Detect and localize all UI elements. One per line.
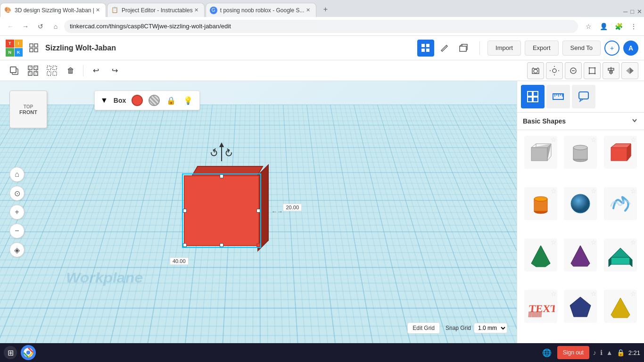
- star-pyramid-purple[interactable]: ☆: [591, 239, 597, 246]
- restore-btn[interactable]: □: [630, 8, 634, 15]
- zoom-out-button[interactable]: −: [9, 223, 25, 239]
- star-box-gray[interactable]: ☆: [551, 136, 557, 143]
- snap-grid-select[interactable]: 1.0 mm 0.5 mm 0.1 mm: [474, 323, 507, 333]
- bookmark-star-icon[interactable]: ☆: [582, 20, 595, 33]
- handle-bottom-right[interactable]: [256, 243, 260, 247]
- send-to-button[interactable]: Send To: [562, 41, 601, 56]
- object-dropdown[interactable]: ▼: [100, 96, 108, 105]
- tab-tinkercad[interactable]: 🎨 3D design Sizzling Wolt-Jaban | ✕: [0, 3, 106, 17]
- home-button[interactable]: ⌂: [49, 20, 62, 33]
- box-shape[interactable]: [184, 175, 259, 246]
- edit-grid-button[interactable]: Edit Grid: [407, 322, 440, 334]
- forward-button[interactable]: →: [19, 20, 32, 33]
- box-view-button[interactable]: [455, 40, 472, 57]
- view-cube[interactable]: TOP FRONT: [9, 90, 47, 128]
- import-button[interactable]: Import: [487, 41, 521, 56]
- group-button[interactable]: [25, 62, 41, 79]
- 3d-object-container[interactable]: ↺ ↻: [184, 175, 259, 246]
- close-btn[interactable]: ✕: [637, 8, 642, 15]
- handle-bottom-center[interactable]: [220, 243, 223, 247]
- tab-close-3[interactable]: ✕: [305, 7, 312, 14]
- handle-mid-right[interactable]: [256, 209, 260, 213]
- zoom-in-button[interactable]: +: [9, 205, 25, 220]
- back-button[interactable]: ←: [4, 20, 17, 33]
- wifi-icon[interactable]: ▲: [606, 349, 613, 356]
- shape-tool-button[interactable]: [565, 62, 582, 79]
- minimize-btn[interactable]: ─: [623, 8, 627, 15]
- volume-icon[interactable]: ♪: [593, 349, 596, 356]
- flip-button[interactable]: [621, 62, 638, 79]
- tab-close-2[interactable]: ✕: [193, 7, 200, 14]
- star-sphere-blue[interactable]: ☆: [591, 187, 597, 195]
- shape-pentagon-blue[interactable]: ☆: [562, 290, 598, 337]
- shape-cylinder-gray[interactable]: ☆: [562, 136, 598, 183]
- shape-box-red[interactable]: ☆: [603, 136, 638, 183]
- shape-scribble[interactable]: ☆: [603, 187, 638, 235]
- export-button[interactable]: Export: [525, 41, 559, 56]
- handle-top-center[interactable]: [220, 174, 223, 178]
- handle-bottom-left[interactable]: [183, 243, 187, 247]
- info-icon[interactable]: ℹ: [600, 349, 603, 356]
- delete-button[interactable]: 🗑: [62, 62, 79, 79]
- panel-dropdown[interactable]: [631, 116, 638, 126]
- tab-close-1[interactable]: ✕: [94, 7, 102, 14]
- lock-icon[interactable]: 🔒: [165, 95, 177, 106]
- undo-button[interactable]: ↩: [87, 62, 104, 79]
- taskbar-apps-icon[interactable]: ⊞: [4, 346, 17, 359]
- redo-button[interactable]: ↪: [106, 62, 123, 79]
- star-pentagon-blue[interactable]: ☆: [591, 290, 597, 297]
- align-button[interactable]: [603, 62, 619, 79]
- add-user-button[interactable]: +: [604, 41, 619, 56]
- sign-out-button[interactable]: Sign out: [557, 346, 589, 359]
- speech-tab[interactable]: [572, 85, 595, 108]
- solid-color-button[interactable]: [132, 95, 143, 106]
- shape-box-gray[interactable]: ☆: [523, 136, 559, 183]
- star-scribble[interactable]: ☆: [630, 187, 636, 195]
- star-cylinder-gray[interactable]: ☆: [591, 136, 597, 143]
- star-box-red[interactable]: ☆: [630, 136, 636, 143]
- shape-roof-teal[interactable]: ☆: [603, 239, 638, 286]
- taskbar-chrome-button[interactable]: [21, 345, 36, 360]
- handle-mid-left[interactable]: [183, 209, 187, 213]
- modify-tool-button[interactable]: [584, 62, 601, 79]
- star-text-red[interactable]: ☆: [551, 290, 557, 297]
- battery-icon[interactable]: 🔒: [617, 349, 625, 356]
- tinkercad-logo[interactable]: T I N K: [6, 40, 23, 57]
- user-avatar[interactable]: A: [623, 41, 638, 56]
- menu-icon[interactable]: ⋮: [627, 20, 640, 33]
- extension-icon[interactable]: 🧩: [612, 20, 625, 33]
- star-pyramid-green[interactable]: ☆: [551, 239, 557, 246]
- shape-pyramid-purple[interactable]: ☆: [562, 239, 598, 286]
- profile-icon[interactable]: 👤: [597, 20, 610, 33]
- shape-pyramid-green[interactable]: ☆: [523, 239, 559, 286]
- shape-cylinder-orange[interactable]: ☆: [523, 187, 559, 235]
- shapes-tab[interactable]: [521, 85, 545, 108]
- cube-face[interactable]: TOP FRONT: [9, 90, 47, 128]
- canvas-area[interactable]: Workplane TOP FRONT ⌂ ⊙ + − ◈: [0, 81, 517, 343]
- home-view-button[interactable]: ⌂: [9, 167, 25, 182]
- duplicate-button[interactable]: [6, 62, 23, 79]
- edit-view-button[interactable]: [436, 40, 453, 57]
- tab-instructables[interactable]: 📋 Project Editor - Instructables ✕: [107, 3, 205, 17]
- hole-color-button[interactable]: [149, 95, 160, 106]
- star-roof-teal[interactable]: ☆: [630, 239, 636, 246]
- shape-text-red[interactable]: ☆ TEXT ████: [523, 290, 559, 337]
- shape-sphere-blue[interactable]: ☆: [562, 187, 598, 235]
- globe-icon[interactable]: 🌐: [540, 346, 553, 359]
- shape-pyramid-yellow[interactable]: ☆: [603, 290, 638, 337]
- grid-menu-button[interactable]: [26, 41, 41, 56]
- tab-google[interactable]: G t posing noob roblox - Google S... ✕: [206, 3, 316, 17]
- perspective-button[interactable]: ◈: [9, 242, 25, 257]
- fit-view-button[interactable]: ⊙: [9, 186, 25, 201]
- ruler-tab[interactable]: [546, 85, 570, 108]
- light-view-button[interactable]: [546, 62, 563, 79]
- refresh-button[interactable]: ↺: [34, 20, 47, 33]
- visibility-icon[interactable]: 💡: [182, 95, 194, 106]
- camera-view-button[interactable]: [527, 62, 544, 79]
- ungroup-button[interactable]: [43, 62, 60, 79]
- grid-view-button[interactable]: [417, 40, 434, 57]
- star-cylinder-orange[interactable]: ☆: [551, 187, 557, 195]
- star-pyramid-yellow[interactable]: ☆: [630, 290, 636, 297]
- new-tab-button[interactable]: +: [319, 3, 332, 16]
- address-input[interactable]: [64, 20, 578, 33]
